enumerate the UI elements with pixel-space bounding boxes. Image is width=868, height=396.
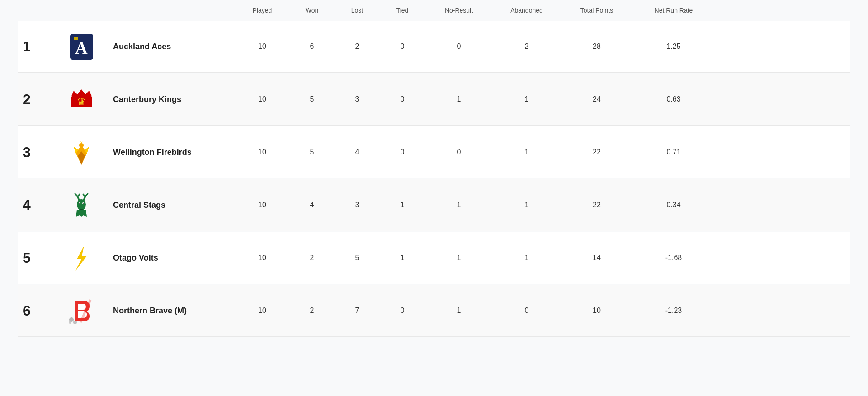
svg-point-16: [73, 321, 77, 324]
header-no-result: No-Result: [425, 7, 493, 14]
stat-played: 10: [235, 201, 289, 209]
stat-total-points: 14: [561, 254, 633, 262]
standings-table: Played Won Lost Tied No-Result Abandoned…: [0, 0, 868, 396]
team-name: Wellington Firebirds: [108, 148, 235, 157]
stat-won: 5: [289, 95, 335, 103]
stat-abandoned: 1: [493, 201, 561, 209]
table-header: Played Won Lost Tied No-Result Abandoned…: [18, 0, 850, 21]
stat-tied: 0: [380, 307, 425, 315]
stat-net-run-rate: 0.71: [633, 148, 714, 156]
team-rank: 4: [18, 197, 54, 214]
table-row: 1 A ★ Auckland Aces 10 6 2 0 0 2 28 1.25: [18, 21, 850, 73]
header-net-run-rate: Net Run Rate: [633, 7, 714, 14]
stat-won: 2: [289, 254, 335, 262]
team-rank: 2: [18, 91, 54, 108]
stat-played: 10: [235, 307, 289, 315]
svg-point-17: [69, 321, 71, 324]
stat-played: 10: [235, 254, 289, 262]
header-name: [108, 7, 235, 14]
stat-no-result: 0: [425, 42, 493, 51]
team-rank: 6: [18, 303, 54, 319]
team-logo-cell: A ★: [54, 31, 108, 62]
team-rank: 1: [18, 38, 54, 55]
stat-lost: 4: [335, 148, 380, 156]
stat-lost: 5: [335, 254, 380, 262]
header-rank: [18, 7, 54, 14]
table-row: 6 Northern Brave (M) 10 2 7 0 1 0 10 -1.…: [18, 285, 850, 337]
stat-won: 2: [289, 307, 335, 315]
stat-net-run-rate: 1.25: [633, 42, 714, 51]
stat-played: 10: [235, 42, 289, 51]
stat-tied: 0: [380, 42, 425, 51]
svg-point-13: [83, 203, 84, 204]
team-name: Central Stags: [108, 200, 235, 210]
header-lost: Lost: [335, 7, 380, 14]
team-logo: [66, 189, 97, 221]
stat-abandoned: 0: [493, 307, 561, 315]
header-played: Played: [235, 7, 289, 14]
team-rank: 3: [18, 144, 54, 161]
stat-played: 10: [235, 148, 289, 156]
team-name: Otago Volts: [108, 253, 235, 263]
team-name: Canterbury Kings: [108, 95, 235, 104]
stat-total-points: 28: [561, 42, 633, 51]
stat-lost: 3: [335, 201, 380, 209]
stat-no-result: 1: [425, 201, 493, 209]
stat-played: 10: [235, 95, 289, 103]
team-name: Northern Brave (M): [108, 306, 235, 316]
svg-point-12: [79, 203, 80, 204]
header-logo: [54, 7, 108, 14]
stat-no-result: 1: [425, 95, 493, 103]
team-logo: [66, 295, 97, 326]
team-name: Auckland Aces: [108, 42, 235, 51]
header-won: Won: [289, 7, 335, 14]
stat-abandoned: 1: [493, 148, 561, 156]
stat-total-points: 10: [561, 307, 633, 315]
stat-tied: 1: [380, 254, 425, 262]
svg-text:♛: ♛: [77, 96, 86, 107]
table-row: 4: [18, 179, 850, 231]
header-tied: Tied: [380, 7, 425, 14]
stat-net-run-rate: 0.34: [633, 201, 714, 209]
stat-abandoned: 1: [493, 254, 561, 262]
stat-won: 6: [289, 42, 335, 51]
stat-lost: 3: [335, 95, 380, 103]
team-logo: [66, 242, 97, 274]
stat-no-result: 1: [425, 254, 493, 262]
svg-text:A: A: [75, 38, 88, 57]
team-logo-cell: ♛: [54, 84, 108, 115]
table-row: 2 ♛ Canterbury Kings 10 5 3 0 1 1 24 0.6…: [18, 74, 850, 126]
stat-lost: 2: [335, 42, 380, 51]
team-logo-cell: [54, 242, 108, 274]
stat-net-run-rate: -1.68: [633, 254, 714, 262]
stat-won: 5: [289, 148, 335, 156]
stat-total-points: 22: [561, 201, 633, 209]
stat-net-run-rate: -1.23: [633, 307, 714, 315]
stat-abandoned: 2: [493, 42, 561, 51]
svg-text:★: ★: [75, 37, 78, 40]
stat-tied: 1: [380, 201, 425, 209]
team-logo-cell: [54, 136, 108, 168]
stat-tied: 0: [380, 148, 425, 156]
table-row: 5 Otago Volts 10 2 5 1 1 1 14 -1.68: [18, 232, 850, 284]
stat-no-result: 1: [425, 307, 493, 315]
team-logo: A ★: [66, 31, 97, 62]
stat-won: 4: [289, 201, 335, 209]
stat-abandoned: 1: [493, 95, 561, 103]
stat-total-points: 22: [561, 148, 633, 156]
table-row: 3 Wellington Firebirds 10 5 4 0 0 1 22 0…: [18, 126, 850, 178]
team-logo-cell: [54, 295, 108, 326]
header-abandoned: Abandoned: [493, 7, 561, 14]
team-logo: ♛: [66, 84, 97, 115]
team-logo: [66, 136, 97, 168]
stat-net-run-rate: 0.63: [633, 95, 714, 103]
stat-tied: 0: [380, 95, 425, 103]
svg-point-7: [79, 143, 84, 148]
stat-total-points: 24: [561, 95, 633, 103]
header-total-points: Total Points: [561, 7, 633, 14]
stat-lost: 7: [335, 307, 380, 315]
stat-no-result: 0: [425, 148, 493, 156]
team-rank: 5: [18, 250, 54, 266]
team-logo-cell: [54, 189, 108, 221]
